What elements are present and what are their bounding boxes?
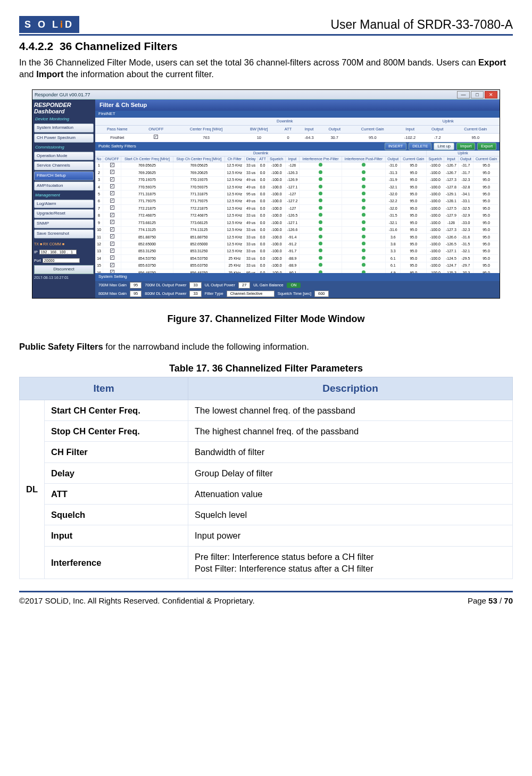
- val-800m-dl-out[interactable]: 33: [189, 291, 201, 297]
- ip-input[interactable]: [39, 250, 77, 254]
- params-table: Item Description DLStart CH Center Freq.…: [19, 377, 513, 579]
- psf-cell: -88.9: [285, 262, 300, 269]
- doc-title: User Manual of SRDR-33-7080-A: [330, 16, 513, 33]
- nav-operation-mode[interactable]: Operation Mode: [34, 152, 94, 161]
- nav-system-information[interactable]: System Information: [34, 123, 94, 133]
- nav-snmp[interactable]: SNMP: [34, 219, 94, 228]
- fn-header: Current Gain: [348, 125, 396, 133]
- val-squelch-time[interactable]: 600: [314, 291, 329, 297]
- psf-cell: -29.5: [458, 255, 473, 262]
- psf-cell: 851.88750: [173, 234, 225, 241]
- psf-cell: -32.1: [386, 219, 401, 226]
- val-ul-out[interactable]: 27: [238, 282, 250, 288]
- psf-row[interactable]: 6771.79375771.7937512.5 KHz49 us0.0-100.…: [95, 197, 500, 204]
- psf-row[interactable]: 16856.48750856.4875025 KHz95 us0.0-100.0…: [95, 269, 500, 274]
- delete-button[interactable]: DELETE: [409, 143, 431, 150]
- psf-row[interactable]: 10774.13125774.1312512.5 KHz33 us0.0-100…: [95, 226, 500, 233]
- lbl-800m-dl-out: 800M DL Output Power: [145, 291, 186, 296]
- psf-cell: [103, 226, 121, 233]
- psf-cell: 33 us: [244, 162, 257, 169]
- params-head-item: Item: [20, 377, 188, 400]
- psf-cell: -128: [444, 219, 458, 226]
- nav-log-alarm[interactable]: Log/Alarm: [34, 200, 94, 209]
- psf-row[interactable]: 4770.59375770.5937512.5 KHz49 us0.0-100.…: [95, 184, 500, 191]
- psf-cell: -100.0: [268, 184, 285, 191]
- psf-cell: 49 us: [244, 176, 257, 183]
- val-800m-max-gain[interactable]: 95: [130, 291, 142, 297]
- psf-cell: 6: [95, 197, 103, 204]
- psf-cell: 95.0: [401, 184, 427, 191]
- nav-save-screenshot[interactable]: Save Screenshot: [34, 229, 94, 238]
- lbl-squelch-time: Squelch Time [sec]: [278, 291, 311, 296]
- psf-cell: 0.0: [257, 241, 268, 247]
- psf-cell: 0.0: [257, 191, 268, 197]
- psf-cell: 12.5 KHz: [225, 241, 245, 247]
- val-700m-dl-out[interactable]: 33: [189, 282, 201, 288]
- psf-cell: 95.0: [401, 269, 427, 274]
- disconnect-button[interactable]: Disconnect: [34, 265, 94, 274]
- import-button[interactable]: Import: [456, 143, 475, 150]
- psf-cell: -33.1: [458, 197, 473, 204]
- insert-button[interactable]: INSERT: [385, 143, 406, 150]
- lbl-800m-max-gain: 800M Max Gain: [98, 291, 127, 296]
- val-ul-gain-bal[interactable]: ON: [287, 283, 301, 287]
- param-item: ATT: [45, 483, 188, 504]
- psf-cell: 769.20625: [121, 169, 173, 176]
- psf-cell: 0.0: [257, 176, 268, 183]
- psf-cell: 852.65000: [173, 241, 225, 247]
- param-desc: The highest channel freq. of the passban…: [188, 421, 513, 442]
- nav-amp-isolation[interactable]: AMP/Isolation: [34, 181, 94, 191]
- psf-row[interactable]: 5771.31875771.3187512.5 KHz95 us0.0-100.…: [95, 191, 500, 197]
- psf-row[interactable]: 7772.21875772.2187512.5 KHz49 us0.0-100.…: [95, 205, 500, 212]
- psf-row[interactable]: 11851.88750851.8875012.5 KHz33 us0.0-100…: [95, 234, 500, 241]
- nav-upgrade-reset[interactable]: Upgrade/Reset: [34, 209, 94, 218]
- psf-row[interactable]: 1769.05625769.0562512.5 KHz33 us0.0-100.…: [95, 162, 500, 169]
- psf-cell: [103, 269, 121, 274]
- psf-cell: 0.0: [257, 205, 268, 212]
- psf-cell: -127.3: [444, 226, 458, 233]
- psf-row[interactable]: 2769.20625769.2062512.5 KHz33 us0.0-100.…: [95, 169, 500, 176]
- param-desc: Input power: [188, 525, 513, 546]
- psf-cell: -100.0: [268, 262, 285, 269]
- psf-header: Interference Pre-Filter: [300, 156, 342, 162]
- psf-cell: 853.31250: [173, 247, 225, 254]
- psf-row[interactable]: 9773.68125773.6812512.5 KHz49 us0.0-100.…: [95, 219, 500, 226]
- close-icon[interactable]: ✕: [485, 91, 497, 98]
- minimize-icon[interactable]: —: [457, 91, 470, 98]
- param-item: Start CH Center Freq.: [45, 400, 188, 420]
- val-700m-max-gain[interactable]: 95: [130, 282, 142, 288]
- psf-row[interactable]: 3770.19375770.1937512.5 KHz49 us0.0-100.…: [95, 176, 500, 183]
- port-input[interactable]: [43, 258, 80, 263]
- psf-header: Ch Filter: [225, 156, 245, 162]
- fn-header: Pass Name: [95, 125, 139, 133]
- lineup-button[interactable]: Line up: [434, 143, 454, 150]
- psf-cell: 25 KHz: [225, 269, 245, 274]
- fn-cell: 763: [173, 134, 239, 142]
- psf-row[interactable]: 14854.53750854.5375025 KHz33 us0.0-100.0…: [95, 255, 500, 262]
- psf-cell: 769.05625: [121, 162, 173, 169]
- maximize-icon[interactable]: □: [471, 91, 484, 98]
- nav-ch-power-spectrum[interactable]: CH Power Spectrum: [34, 134, 94, 143]
- psf-cell: 851.88750: [121, 234, 173, 241]
- para-psf-bold: Public Safety Filters: [19, 342, 103, 351]
- export-button[interactable]: Export: [477, 143, 496, 150]
- psf-row[interactable]: 12852.65000852.6500012.5 KHz33 us0.0-100…: [95, 241, 500, 247]
- nav-service-channels[interactable]: Service Channels: [34, 161, 94, 170]
- psf-cell: -126: [285, 162, 300, 169]
- psf-cell: 95.0: [473, 234, 500, 241]
- val-filter-type[interactable]: Channel-Selective: [227, 291, 275, 297]
- fn-header: ATT: [279, 125, 298, 133]
- psf-cell: -100.0: [427, 162, 444, 169]
- psf-header: Current Gain: [473, 156, 500, 162]
- psf-cell: [342, 191, 386, 197]
- nav-filter-ch-setup[interactable]: Filter/CH Setup: [34, 171, 94, 180]
- psf-cell: 16: [95, 269, 103, 274]
- fn-cell: 95.0: [452, 134, 500, 142]
- footer-page-d: 70: [504, 596, 513, 605]
- psf-cell: 95.0: [473, 205, 500, 212]
- psf-row[interactable]: 15855.63750855.6375025 KHz33 us0.0-100.0…: [95, 262, 500, 269]
- psf-cell: [342, 184, 386, 191]
- psf-cell: [103, 219, 121, 226]
- psf-row[interactable]: 8772.46875772.4687512.5 KHz33 us0.0-100.…: [95, 212, 500, 219]
- psf-row[interactable]: 13853.31250853.3125012.5 KHz33 us0.0-100…: [95, 247, 500, 254]
